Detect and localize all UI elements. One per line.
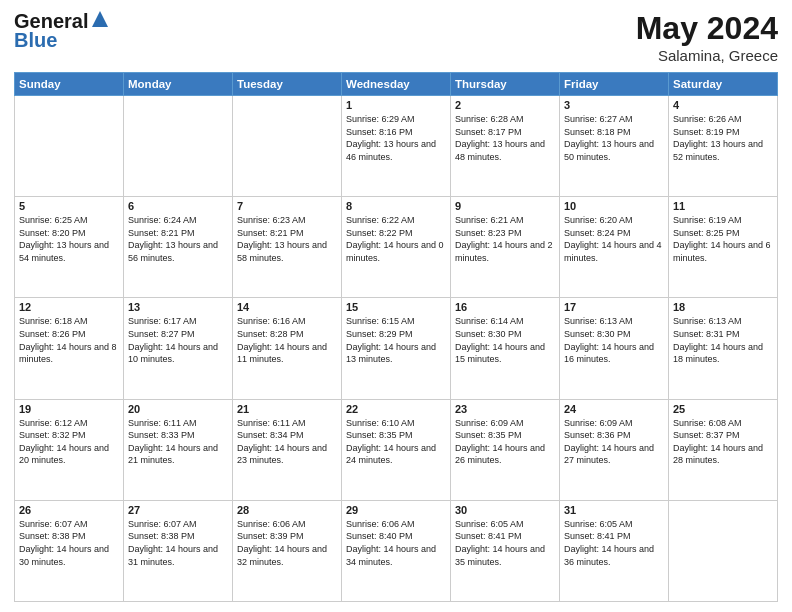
table-row: 30Sunrise: 6:05 AM Sunset: 8:41 PM Dayli… — [451, 500, 560, 601]
col-monday: Monday — [124, 73, 233, 96]
cell-info: Sunrise: 6:21 AM Sunset: 8:23 PM Dayligh… — [455, 214, 555, 264]
table-row: 4Sunrise: 6:26 AM Sunset: 8:19 PM Daylig… — [669, 96, 778, 197]
table-row: 1Sunrise: 6:29 AM Sunset: 8:16 PM Daylig… — [342, 96, 451, 197]
day-number: 8 — [346, 200, 446, 212]
cell-info: Sunrise: 6:19 AM Sunset: 8:25 PM Dayligh… — [673, 214, 773, 264]
table-row: 26Sunrise: 6:07 AM Sunset: 8:38 PM Dayli… — [15, 500, 124, 601]
table-row: 13Sunrise: 6:17 AM Sunset: 8:27 PM Dayli… — [124, 298, 233, 399]
table-row — [669, 500, 778, 601]
table-row: 3Sunrise: 6:27 AM Sunset: 8:18 PM Daylig… — [560, 96, 669, 197]
table-row — [15, 96, 124, 197]
col-friday: Friday — [560, 73, 669, 96]
cell-info: Sunrise: 6:13 AM Sunset: 8:30 PM Dayligh… — [564, 315, 664, 365]
cell-info: Sunrise: 6:29 AM Sunset: 8:16 PM Dayligh… — [346, 113, 446, 163]
cell-info: Sunrise: 6:26 AM Sunset: 8:19 PM Dayligh… — [673, 113, 773, 163]
cell-info: Sunrise: 6:12 AM Sunset: 8:32 PM Dayligh… — [19, 417, 119, 467]
cell-info: Sunrise: 6:05 AM Sunset: 8:41 PM Dayligh… — [455, 518, 555, 568]
month-year: May 2024 — [636, 10, 778, 47]
col-wednesday: Wednesday — [342, 73, 451, 96]
day-number: 3 — [564, 99, 664, 111]
cell-info: Sunrise: 6:15 AM Sunset: 8:29 PM Dayligh… — [346, 315, 446, 365]
location: Salamina, Greece — [636, 47, 778, 64]
day-number: 10 — [564, 200, 664, 212]
table-row: 17Sunrise: 6:13 AM Sunset: 8:30 PM Dayli… — [560, 298, 669, 399]
col-saturday: Saturday — [669, 73, 778, 96]
calendar-week-row: 26Sunrise: 6:07 AM Sunset: 8:38 PM Dayli… — [15, 500, 778, 601]
calendar-week-row: 19Sunrise: 6:12 AM Sunset: 8:32 PM Dayli… — [15, 399, 778, 500]
table-row: 15Sunrise: 6:15 AM Sunset: 8:29 PM Dayli… — [342, 298, 451, 399]
day-number: 6 — [128, 200, 228, 212]
cell-info: Sunrise: 6:27 AM Sunset: 8:18 PM Dayligh… — [564, 113, 664, 163]
table-row: 24Sunrise: 6:09 AM Sunset: 8:36 PM Dayli… — [560, 399, 669, 500]
table-row: 2Sunrise: 6:28 AM Sunset: 8:17 PM Daylig… — [451, 96, 560, 197]
table-row: 16Sunrise: 6:14 AM Sunset: 8:30 PM Dayli… — [451, 298, 560, 399]
day-number: 2 — [455, 99, 555, 111]
cell-info: Sunrise: 6:28 AM Sunset: 8:17 PM Dayligh… — [455, 113, 555, 163]
table-row: 18Sunrise: 6:13 AM Sunset: 8:31 PM Dayli… — [669, 298, 778, 399]
day-number: 29 — [346, 504, 446, 516]
day-number: 28 — [237, 504, 337, 516]
day-number: 15 — [346, 301, 446, 313]
svg-marker-0 — [92, 11, 108, 27]
day-number: 22 — [346, 403, 446, 415]
cell-info: Sunrise: 6:11 AM Sunset: 8:34 PM Dayligh… — [237, 417, 337, 467]
day-number: 25 — [673, 403, 773, 415]
table-row: 31Sunrise: 6:05 AM Sunset: 8:41 PM Dayli… — [560, 500, 669, 601]
cell-info: Sunrise: 6:06 AM Sunset: 8:39 PM Dayligh… — [237, 518, 337, 568]
calendar-week-row: 12Sunrise: 6:18 AM Sunset: 8:26 PM Dayli… — [15, 298, 778, 399]
day-number: 30 — [455, 504, 555, 516]
table-row: 7Sunrise: 6:23 AM Sunset: 8:21 PM Daylig… — [233, 197, 342, 298]
day-number: 20 — [128, 403, 228, 415]
day-number: 11 — [673, 200, 773, 212]
logo: General Blue — [14, 10, 110, 52]
calendar-week-row: 1Sunrise: 6:29 AM Sunset: 8:16 PM Daylig… — [15, 96, 778, 197]
table-row: 12Sunrise: 6:18 AM Sunset: 8:26 PM Dayli… — [15, 298, 124, 399]
cell-info: Sunrise: 6:17 AM Sunset: 8:27 PM Dayligh… — [128, 315, 228, 365]
calendar-table: Sunday Monday Tuesday Wednesday Thursday… — [14, 72, 778, 602]
cell-info: Sunrise: 6:22 AM Sunset: 8:22 PM Dayligh… — [346, 214, 446, 264]
table-row: 9Sunrise: 6:21 AM Sunset: 8:23 PM Daylig… — [451, 197, 560, 298]
calendar-week-row: 5Sunrise: 6:25 AM Sunset: 8:20 PM Daylig… — [15, 197, 778, 298]
table-row: 20Sunrise: 6:11 AM Sunset: 8:33 PM Dayli… — [124, 399, 233, 500]
table-row: 10Sunrise: 6:20 AM Sunset: 8:24 PM Dayli… — [560, 197, 669, 298]
table-row: 14Sunrise: 6:16 AM Sunset: 8:28 PM Dayli… — [233, 298, 342, 399]
cell-info: Sunrise: 6:16 AM Sunset: 8:28 PM Dayligh… — [237, 315, 337, 365]
day-number: 9 — [455, 200, 555, 212]
day-number: 5 — [19, 200, 119, 212]
cell-info: Sunrise: 6:07 AM Sunset: 8:38 PM Dayligh… — [19, 518, 119, 568]
col-sunday: Sunday — [15, 73, 124, 96]
table-row: 27Sunrise: 6:07 AM Sunset: 8:38 PM Dayli… — [124, 500, 233, 601]
table-row: 8Sunrise: 6:22 AM Sunset: 8:22 PM Daylig… — [342, 197, 451, 298]
cell-info: Sunrise: 6:11 AM Sunset: 8:33 PM Dayligh… — [128, 417, 228, 467]
table-row: 21Sunrise: 6:11 AM Sunset: 8:34 PM Dayli… — [233, 399, 342, 500]
day-number: 13 — [128, 301, 228, 313]
cell-info: Sunrise: 6:18 AM Sunset: 8:26 PM Dayligh… — [19, 315, 119, 365]
table-row: 22Sunrise: 6:10 AM Sunset: 8:35 PM Dayli… — [342, 399, 451, 500]
table-row: 11Sunrise: 6:19 AM Sunset: 8:25 PM Dayli… — [669, 197, 778, 298]
cell-info: Sunrise: 6:07 AM Sunset: 8:38 PM Dayligh… — [128, 518, 228, 568]
calendar-header-row: Sunday Monday Tuesday Wednesday Thursday… — [15, 73, 778, 96]
cell-info: Sunrise: 6:14 AM Sunset: 8:30 PM Dayligh… — [455, 315, 555, 365]
day-number: 23 — [455, 403, 555, 415]
day-number: 4 — [673, 99, 773, 111]
cell-info: Sunrise: 6:08 AM Sunset: 8:37 PM Dayligh… — [673, 417, 773, 467]
cell-info: Sunrise: 6:05 AM Sunset: 8:41 PM Dayligh… — [564, 518, 664, 568]
table-row: 5Sunrise: 6:25 AM Sunset: 8:20 PM Daylig… — [15, 197, 124, 298]
table-row: 19Sunrise: 6:12 AM Sunset: 8:32 PM Dayli… — [15, 399, 124, 500]
header: General Blue May 2024 Salamina, Greece — [14, 10, 778, 64]
table-row — [233, 96, 342, 197]
table-row — [124, 96, 233, 197]
day-number: 27 — [128, 504, 228, 516]
table-row: 6Sunrise: 6:24 AM Sunset: 8:21 PM Daylig… — [124, 197, 233, 298]
cell-info: Sunrise: 6:06 AM Sunset: 8:40 PM Dayligh… — [346, 518, 446, 568]
day-number: 19 — [19, 403, 119, 415]
cell-info: Sunrise: 6:20 AM Sunset: 8:24 PM Dayligh… — [564, 214, 664, 264]
title-section: May 2024 Salamina, Greece — [636, 10, 778, 64]
table-row: 25Sunrise: 6:08 AM Sunset: 8:37 PM Dayli… — [669, 399, 778, 500]
cell-info: Sunrise: 6:10 AM Sunset: 8:35 PM Dayligh… — [346, 417, 446, 467]
page-container: General Blue May 2024 Salamina, Greece S… — [0, 0, 792, 612]
day-number: 24 — [564, 403, 664, 415]
day-number: 17 — [564, 301, 664, 313]
day-number: 21 — [237, 403, 337, 415]
day-number: 12 — [19, 301, 119, 313]
